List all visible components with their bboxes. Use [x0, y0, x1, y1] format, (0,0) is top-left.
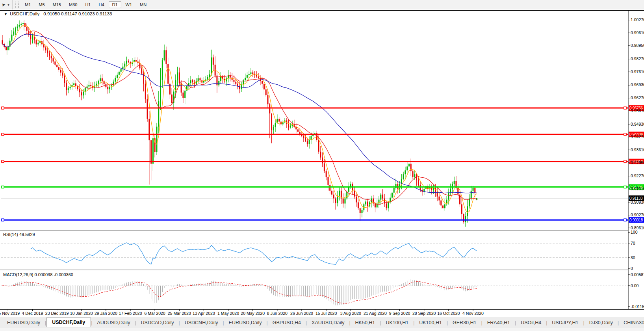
date-axis-label: 23 Dec 2019 — [45, 311, 69, 316]
symbol-label: USDCHF,Daily — [10, 11, 39, 16]
candle-body — [79, 89, 80, 92]
candle-body — [119, 72, 120, 75]
candle-body — [19, 25, 20, 26]
symbol-tab-dj30-daily[interactable]: DJ30,Daily — [585, 319, 618, 327]
candle-body — [252, 73, 253, 74]
date-axis-label: 29 Jan 2020 — [95, 311, 117, 316]
candle-body — [461, 204, 462, 214]
symbol-tab-eurusd-daily[interactable]: EURUSD,Daily — [224, 319, 267, 327]
candle-body — [109, 87, 110, 89]
price-axis-tick-label: 0.98950 — [631, 43, 644, 48]
line-left-handle[interactable] — [2, 107, 4, 109]
candle-body — [278, 119, 280, 122]
collapse-icon[interactable]: ▼ — [4, 12, 7, 16]
date-axis-label: 3 Aug 2020 — [340, 311, 361, 316]
candle-body — [49, 53, 50, 56]
symbol-tab-usdchf-daily[interactable]: USDCHF,Daily — [46, 318, 91, 327]
price-axis-tick-label: 0.90930 — [631, 200, 644, 205]
candle-body — [250, 73, 251, 74]
candle-body — [440, 201, 442, 206]
candle-body — [58, 67, 59, 69]
candle-body — [81, 92, 82, 95]
line-left-handle[interactable] — [2, 219, 4, 221]
candle-body — [358, 203, 359, 208]
symbol-tab-usdjpy-h1[interactable]: USDJPY,H1 — [547, 319, 583, 327]
symbol-tab-fra40-h1[interactable]: FRA40,H1 — [483, 319, 515, 327]
candle-body — [267, 95, 268, 104]
candle-body — [135, 60, 137, 61]
symbol-tab-audusd-daily[interactable]: AUDUSD,Daily — [92, 319, 135, 327]
date-axis-label: 6 Mar 2020 — [145, 311, 165, 316]
candle-body — [53, 58, 54, 61]
line-right-handle[interactable] — [624, 219, 626, 221]
candle-body — [88, 85, 89, 86]
candle-body — [209, 74, 210, 77]
candle-body — [184, 91, 186, 98]
symbol-tab-hk50-h1[interactable]: HK50,H1 — [351, 319, 380, 327]
date-axis-label: 20 May 2020 — [241, 311, 265, 316]
candle-body — [62, 73, 63, 75]
candle-body — [309, 140, 310, 144]
candle-body — [22, 23, 24, 24]
window-top-border — [0, 10, 644, 11]
candle-body — [145, 84, 146, 100]
candle-body — [102, 78, 103, 81]
line-right-handle[interactable] — [624, 107, 626, 109]
candle-body — [380, 195, 381, 200]
candle-body — [412, 171, 414, 177]
candle-body — [70, 87, 71, 88]
symbol-tab-uk100-h1[interactable]: UK100,H1 — [381, 319, 413, 327]
candle-body — [100, 78, 101, 81]
candle-body — [324, 164, 325, 171]
candle-body — [66, 83, 67, 90]
candle-body — [54, 61, 56, 65]
candle-body — [198, 78, 199, 81]
line-left-handle[interactable] — [2, 186, 4, 188]
chart-canvas[interactable]: 0.957560.944060.930160.917060.900180.911… — [0, 0, 644, 331]
candle-body — [73, 84, 74, 85]
candle-body — [408, 164, 410, 166]
candle-body — [264, 84, 265, 89]
candle-body — [262, 81, 263, 84]
symbol-tab-china300-h1[interactable]: CHINA300,H1 — [619, 319, 644, 327]
chart-tab-bar: EURUSD,Daily|USDCHF,Daily|AUDUSD,Daily|U… — [0, 317, 644, 328]
rsi-axis-tick-label: 30 — [631, 255, 635, 260]
candle-body — [360, 208, 361, 213]
candle-body — [388, 203, 389, 208]
candle-body — [2, 40, 3, 44]
symbol-tab-xauusd-daily[interactable]: XAUUSD,Daily — [307, 319, 349, 327]
candle-body — [329, 185, 330, 191]
symbol-tab-usdcnh-daily[interactable]: USDCNH,Daily — [180, 319, 223, 327]
candle-body — [326, 171, 327, 177]
symbol-tab-gbpusd-h4[interactable]: GBPUSD,H4 — [268, 319, 306, 327]
rsi-axis-tick-label: 100 — [631, 230, 638, 234]
candle-body — [182, 93, 184, 98]
candle-body — [141, 68, 142, 73]
line-right-handle[interactable] — [624, 186, 626, 188]
candle-body — [450, 189, 451, 193]
candle-body — [375, 203, 376, 207]
candle-body — [77, 86, 78, 89]
candle-body — [448, 193, 449, 200]
line-left-handle[interactable] — [2, 133, 4, 136]
candle-body — [56, 65, 58, 67]
line-right-handle[interactable] — [624, 160, 626, 163]
symbol-tab-usoil-h4[interactable]: USOil,H4 — [516, 319, 546, 327]
line-right-handle[interactable] — [624, 133, 626, 136]
candle-body — [442, 205, 444, 208]
symbol-tab-uk100-h1[interactable]: UK100,H1 — [414, 319, 447, 327]
candle-body — [339, 191, 340, 196]
symbol-tab-eurusd-daily[interactable]: EURUSD,Daily — [2, 319, 45, 327]
date-axis-label: 16 Oct 2020 — [437, 311, 460, 316]
candle-body — [167, 64, 169, 84]
candle-body — [98, 81, 99, 84]
candle-body — [386, 203, 387, 208]
candle-body — [335, 199, 336, 203]
symbol-tab-ger30-h1[interactable]: GER30,H1 — [448, 319, 481, 327]
symbol-tab-usdcad-daily[interactable]: USDCAD,Daily — [136, 319, 179, 327]
line-left-handle[interactable] — [2, 160, 4, 163]
candle-body — [126, 61, 127, 63]
date-axis-label: 10 Jan 2020 — [70, 311, 93, 316]
candle-body — [405, 170, 406, 174]
candle-body — [26, 27, 28, 31]
